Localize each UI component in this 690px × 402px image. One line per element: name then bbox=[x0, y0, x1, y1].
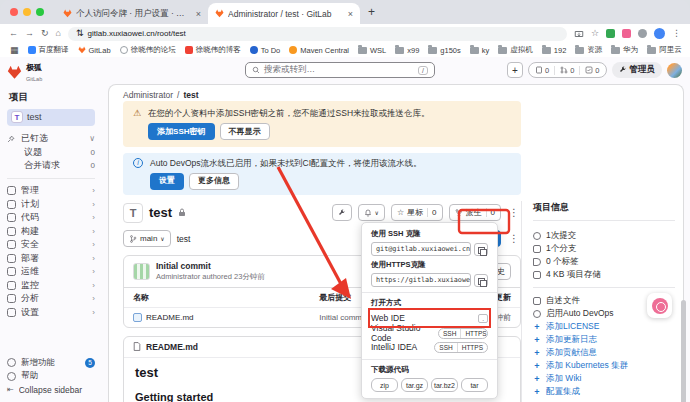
bookmark-gitlab[interactable]: GitLab bbox=[78, 46, 111, 55]
extension-icon[interactable] bbox=[622, 29, 631, 38]
sidebar-item-manage[interactable]: 管理› bbox=[7, 185, 95, 197]
home-button[interactable]: ⌂ bbox=[56, 29, 61, 38]
close-tab-icon[interactable]: × bbox=[348, 9, 353, 19]
user-avatar[interactable] bbox=[667, 63, 682, 78]
storage-stat[interactable]: 4 KB 项目存储 bbox=[533, 268, 675, 281]
fork-button[interactable]: 派生0 bbox=[449, 204, 501, 221]
share-icon[interactable] bbox=[574, 29, 584, 39]
bookmark-maven[interactable]: Maven Central bbox=[289, 46, 349, 55]
create-new-button[interactable]: + bbox=[507, 62, 523, 78]
sidebar-item-deploy[interactable]: 部署› bbox=[7, 252, 95, 264]
sidebar-item-settings[interactable]: 设置› bbox=[7, 306, 95, 318]
bookmark-todo[interactable]: To Do bbox=[250, 46, 281, 55]
forward-button[interactable]: → bbox=[25, 29, 34, 38]
browser-profile-avatar[interactable] bbox=[654, 28, 665, 39]
search-input[interactable]: 搜索或转到… / bbox=[245, 62, 435, 78]
bookmark-folder-aliyun[interactable]: 阿里云 bbox=[647, 45, 682, 55]
tags-stat[interactable]: 0 个标签 bbox=[533, 255, 675, 268]
more-info-button[interactable]: 更多信息 bbox=[189, 173, 239, 190]
minimize-window-button[interactable] bbox=[23, 8, 31, 16]
assigned-issues-button[interactable]: 0 bbox=[535, 66, 549, 75]
intellij-protocol-buttons[interactable]: SSHHTTPS bbox=[434, 342, 488, 353]
admin-mode-button[interactable]: 管理员 bbox=[612, 62, 663, 78]
star-button[interactable]: ☆星标0 bbox=[391, 204, 443, 221]
reload-button[interactable]: ↻ bbox=[41, 29, 49, 38]
site-settings-icon[interactable]: ⇅ bbox=[76, 29, 84, 38]
add-contributing-link[interactable]: +添加贡献信息 bbox=[533, 346, 675, 359]
bookmark-folder-192[interactable]: 192 bbox=[542, 46, 567, 55]
sidebar-item-plan[interactable]: 计划› bbox=[7, 198, 95, 210]
add-kubernetes-link[interactable]: +添加 Kubernetes 集群 bbox=[533, 359, 675, 372]
extensions-puzzle-icon[interactable] bbox=[638, 29, 647, 38]
bookmark-baidu-translate[interactable]: 百度翻译 bbox=[28, 45, 69, 55]
sidebar-item-issues[interactable]: 议题 0 bbox=[7, 146, 95, 158]
branches-stat[interactable]: 1个分支 bbox=[533, 242, 675, 255]
sidebar-item-analyze[interactable]: 分析› bbox=[7, 293, 95, 305]
sidebar-item-monitor[interactable]: 监控› bbox=[7, 279, 95, 291]
dont-show-again-button[interactable]: 不再显示 bbox=[220, 123, 270, 140]
address-bar[interactable]: ⇅ gitlab.xuxiaowei.cn/root/test bbox=[68, 27, 567, 41]
https-url-input[interactable]: https://gitlab.xuxiaowei.cn/root bbox=[371, 273, 471, 287]
commit-title[interactable]: Initial commit bbox=[156, 261, 265, 271]
sidebar-pinned-toggle[interactable]: 已钉选 ∨ bbox=[7, 133, 95, 145]
add-ssh-key-button[interactable]: 添加SSH密钥 bbox=[148, 123, 214, 140]
maximize-window-button[interactable] bbox=[36, 8, 44, 16]
copy-icon[interactable] bbox=[474, 243, 488, 256]
browser-tab-inactive[interactable]: 个人访问令牌 · 用户设置 · 极… × bbox=[56, 3, 208, 24]
copy-icon[interactable] bbox=[474, 274, 488, 287]
bookmark-folder-wsl[interactable]: WSL bbox=[358, 46, 386, 55]
new-tab-button[interactable]: + bbox=[368, 5, 375, 19]
bookmark-forum[interactable]: 徐晓伟的论坛 bbox=[120, 45, 176, 55]
project-settings-button[interactable] bbox=[332, 204, 352, 221]
bookmark-folder-huawei[interactable]: 华为 bbox=[611, 45, 638, 55]
branch-selector[interactable]: main∨ bbox=[123, 230, 171, 247]
ssh-url-input[interactable]: git@gitlab.xuxiaowei.cn:root/tes bbox=[371, 242, 471, 256]
back-button[interactable]: ← bbox=[9, 29, 18, 38]
sidebar-item-merge-requests[interactable]: 合并请求 0 bbox=[7, 160, 95, 172]
repo-more-menu-icon[interactable]: ⋮ bbox=[507, 233, 521, 244]
browser-menu-icon[interactable]: ⋮ bbox=[672, 29, 681, 38]
download-tar-button[interactable]: tar bbox=[461, 378, 488, 392]
sidebar-item-project-test[interactable]: T test bbox=[7, 109, 95, 126]
help-button[interactable]: 帮助 bbox=[7, 370, 95, 382]
project-more-menu-icon[interactable]: ⋮ bbox=[507, 207, 521, 218]
add-license-link[interactable]: +添加LICENSE bbox=[533, 320, 675, 333]
close-tab-icon[interactable]: × bbox=[196, 9, 201, 19]
bookmark-star-icon[interactable]: ☆ bbox=[591, 29, 599, 38]
todos-button[interactable]: 0 bbox=[585, 66, 599, 75]
bookmark-folder-ziyuan[interactable]: 资源 bbox=[575, 45, 602, 55]
bookmark-folder-g150s[interactable]: g150s bbox=[428, 46, 460, 55]
configure-integrations-link[interactable]: +配置集成 bbox=[533, 385, 675, 398]
sidebar-context-label[interactable]: 项目 bbox=[9, 91, 93, 104]
sidebar-item-secure[interactable]: 安全› bbox=[7, 239, 95, 251]
gitlab-logo[interactable]: 极狐GitLab bbox=[7, 62, 95, 83]
repo-path[interactable]: test bbox=[177, 234, 191, 244]
settings-button[interactable]: 设置 bbox=[150, 173, 184, 190]
bookmark-folder-ky[interactable]: ky bbox=[470, 46, 490, 55]
vscode-protocol-buttons[interactable]: SSHHTTPS bbox=[438, 328, 488, 339]
notifications-button[interactable]: ∨ bbox=[358, 204, 385, 221]
collapse-sidebar-button[interactable]: ⇤Collapse sidebar bbox=[7, 384, 95, 396]
download-zip-button[interactable]: zip bbox=[371, 378, 398, 392]
breadcrumb-current[interactable]: test bbox=[183, 90, 198, 100]
whats-new-button[interactable]: 新增功能5 bbox=[7, 357, 95, 369]
close-window-button[interactable] bbox=[10, 8, 18, 16]
download-targz-button[interactable]: tar.gz bbox=[401, 378, 428, 392]
page-scrollbar[interactable] bbox=[681, 300, 686, 402]
feedback-float-widget[interactable] bbox=[647, 293, 672, 318]
apps-grid-icon[interactable]: ▦ bbox=[10, 46, 19, 55]
vscode-menu-item[interactable]: Visual Studio Code SSHHTTPS bbox=[371, 326, 488, 340]
download-tarbz2-button[interactable]: tar.bz2 bbox=[431, 378, 458, 392]
bookmark-folder-x99[interactable]: x99 bbox=[395, 46, 419, 55]
merge-requests-button[interactable]: 0 bbox=[560, 66, 574, 75]
add-wiki-link[interactable]: +添加 Wiki bbox=[533, 372, 675, 385]
browser-tab-active[interactable]: Administrator / test · GitLab × bbox=[208, 3, 360, 24]
commits-stat[interactable]: 1次提交 bbox=[533, 229, 675, 242]
bookmark-folder-vm[interactable]: 虚拟机 bbox=[498, 45, 533, 55]
sidebar-item-code[interactable]: 代码› bbox=[7, 212, 95, 224]
sidebar-item-build[interactable]: 构建› bbox=[7, 225, 95, 237]
add-changelog-link[interactable]: +添加更新日志 bbox=[533, 333, 675, 346]
sidebar-item-operate[interactable]: 运维› bbox=[7, 266, 95, 278]
bookmark-blog[interactable]: 徐晓伟的博客 bbox=[185, 45, 241, 55]
breadcrumb-root[interactable]: Administrator bbox=[123, 90, 173, 100]
